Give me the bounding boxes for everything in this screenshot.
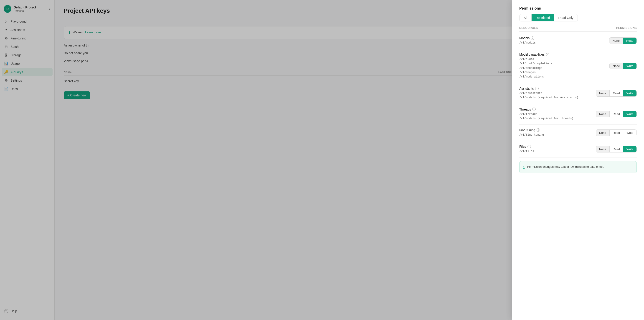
resource-name-assistants: Assistants i — [519, 87, 596, 90]
models-read-btn[interactable]: Read — [623, 38, 636, 44]
permissions-modal: Permissions All Restricted Read Only Res… — [512, 0, 644, 320]
fine-tuning-none-btn[interactable]: None — [596, 130, 610, 136]
notice-text: Permission changes may take a few minute… — [527, 165, 604, 169]
resource-name-model-capabilities: Model capabilities i — [519, 53, 610, 56]
model-capabilities-permission-toggle: None Write — [610, 63, 637, 69]
files-write-btn[interactable]: Write — [623, 146, 636, 152]
fine-tuning-write-btn[interactable]: Write — [623, 130, 636, 136]
tab-read-only[interactable]: Read Only — [554, 14, 578, 21]
fine-tuning-read-btn[interactable]: Read — [610, 130, 623, 136]
assistants-read-btn[interactable]: Read — [610, 90, 623, 96]
threads-write-btn[interactable]: Write — [623, 111, 636, 117]
resource-row-files: Files i /v1/files None Read Write — [519, 141, 637, 157]
permissions-label: Permissions — [616, 27, 637, 30]
tab-all[interactable]: All — [520, 14, 532, 21]
files-none-btn[interactable]: None — [596, 146, 610, 152]
resource-row-assistants: Assistants i /v1/assistants/v1/models (r… — [519, 83, 637, 104]
resource-paths-fine-tuning: /v1/fine_tuning — [519, 133, 596, 137]
resources-label: Resources — [519, 27, 538, 30]
resource-row-model-capabilities: Model capabilities i /v1/audio/v1/chat/c… — [519, 49, 637, 83]
model-capabilities-write-btn[interactable]: Write — [623, 63, 636, 69]
threads-info-icon: i — [532, 108, 536, 111]
resource-paths-model-capabilities: /v1/audio/v1/chat/completions/v1/embeddi… — [519, 57, 610, 79]
resource-name-files: Files i — [519, 145, 596, 148]
resource-name-fine-tuning: Fine-tuning i — [519, 128, 596, 132]
models-permission-toggle: None Read — [609, 37, 637, 44]
resource-paths-threads: /v1/threads/v1/models (required for Thre… — [519, 112, 596, 121]
resource-name-models: Models i — [519, 36, 609, 40]
models-none-btn[interactable]: None — [610, 38, 623, 44]
notice-icon: ℹ — [523, 165, 525, 170]
fine-tuning-info-icon: i — [536, 128, 540, 132]
model-capabilities-none-btn[interactable]: None — [610, 63, 623, 69]
resource-paths-assistants: /v1/assistants/v1/models (required for A… — [519, 91, 596, 100]
files-permission-toggle: None Read Write — [596, 146, 637, 152]
files-read-btn[interactable]: Read — [610, 146, 623, 152]
files-info-icon: i — [528, 145, 531, 148]
resource-row-models: Models i /v1/models None Read — [519, 33, 637, 49]
permission-tabs: All Restricted Read Only — [519, 14, 578, 22]
threads-read-btn[interactable]: Read — [610, 111, 623, 117]
fine-tuning-permission-toggle: None Read Write — [596, 129, 637, 136]
modal-title: Permissions — [519, 6, 637, 11]
resource-row-threads: Threads i /v1/threads/v1/models (require… — [519, 104, 637, 125]
notice-box: ℹ Permission changes may take a few minu… — [519, 161, 637, 173]
model-capabilities-info-icon: i — [546, 53, 549, 56]
assistants-none-btn[interactable]: None — [596, 90, 610, 96]
resources-header: Resources Permissions — [519, 27, 637, 32]
resource-paths-files: /v1/files — [519, 149, 596, 154]
resource-paths-models: /v1/models — [519, 41, 609, 45]
assistants-info-icon: i — [535, 87, 539, 90]
assistants-write-btn[interactable]: Write — [623, 90, 636, 96]
threads-permission-toggle: None Read Write — [596, 111, 637, 117]
resource-row-fine-tuning: Fine-tuning i /v1/fine_tuning None Read … — [519, 125, 637, 141]
tab-restricted[interactable]: Restricted — [532, 14, 554, 21]
threads-none-btn[interactable]: None — [596, 111, 610, 117]
models-info-icon: i — [531, 37, 534, 40]
assistants-permission-toggle: None Read Write — [596, 90, 637, 97]
resource-name-threads: Threads i — [519, 108, 596, 111]
